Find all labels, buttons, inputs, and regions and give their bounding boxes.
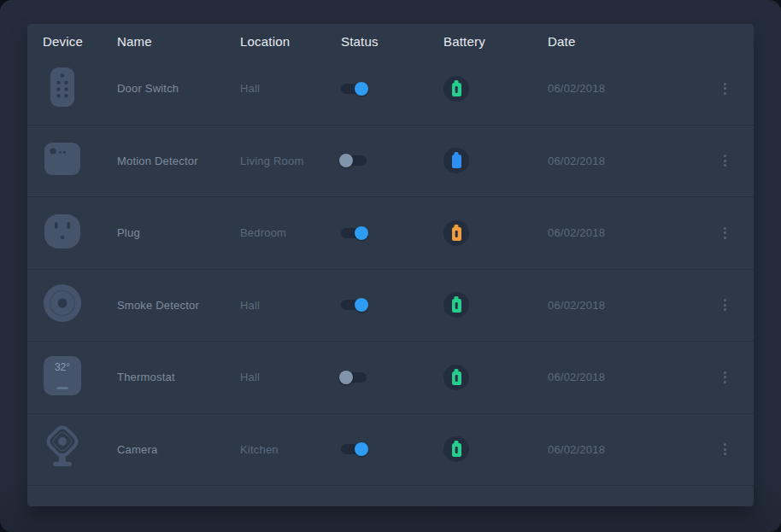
- device-name: Camera: [117, 443, 240, 456]
- toggle-knob: [339, 154, 353, 167]
- table-row: Plug Bedroom 06/02/2018: [27, 197, 754, 270]
- device-date: 06/02/2018: [548, 299, 685, 312]
- status-toggle[interactable]: [341, 444, 367, 454]
- device-name: Motion Detector: [117, 155, 240, 167]
- status-toggle[interactable]: [341, 228, 367, 238]
- toggle-knob: [355, 442, 368, 456]
- battery-icon: [443, 148, 469, 173]
- row-menu-button[interactable]: [720, 295, 730, 314]
- device-date: 06/02/2018: [548, 82, 685, 95]
- thermostat-icon: 32°: [43, 355, 82, 400]
- device-date: 06/02/2018: [548, 226, 685, 239]
- toggle-knob: [355, 298, 368, 312]
- battery-icon: [443, 220, 469, 246]
- device-location: Living Room: [240, 155, 341, 167]
- device-date: 06/02/2018: [548, 155, 685, 167]
- app-window: Device Name Location Status Battery Date: [0, 0, 781, 532]
- column-header-device: Device: [43, 34, 117, 49]
- device-location: Bedroom: [240, 226, 341, 239]
- battery-icon: [443, 436, 469, 462]
- devices-table-card: Device Name Location Status Battery Date: [27, 24, 754, 506]
- table-row: 32° Thermostat Hall 06/02/2018: [27, 342, 754, 414]
- device-name: Smoke Detector: [117, 299, 240, 312]
- device-location: Hall: [240, 299, 341, 312]
- status-toggle[interactable]: [341, 372, 367, 383]
- device-date: 06/02/2018: [548, 371, 685, 383]
- column-header-location: Location: [240, 34, 341, 49]
- table-header: Device Name Location Status Battery Date: [27, 24, 754, 53]
- plug-icon: [44, 213, 81, 253]
- row-menu-button[interactable]: [720, 440, 730, 459]
- battery-icon: [443, 365, 469, 390]
- column-header-name: Name: [117, 34, 240, 49]
- toggle-knob: [355, 226, 368, 240]
- device-date: 06/02/2018: [548, 443, 685, 456]
- status-toggle[interactable]: [341, 155, 367, 166]
- table-row: Door Switch Hall 06/02/2018: [27, 53, 754, 126]
- toggle-knob: [339, 371, 353, 384]
- device-name: Door Switch: [117, 82, 240, 95]
- battery-icon: [443, 292, 469, 318]
- toggle-knob: [355, 82, 368, 96]
- thermostat-temp-label: 32°: [55, 361, 70, 373]
- remote-icon: [50, 67, 75, 111]
- device-name: Plug: [117, 226, 240, 239]
- column-header-battery: Battery: [443, 34, 548, 49]
- device-location: Hall: [240, 371, 341, 383]
- column-header-date: Date: [548, 34, 685, 49]
- smoke-detector-icon: [43, 284, 82, 326]
- device-location: Hall: [240, 82, 341, 95]
- row-menu-button[interactable]: [720, 79, 730, 98]
- row-menu-button[interactable]: [720, 368, 730, 387]
- device-location: Kitchen: [240, 443, 341, 456]
- column-header-status: Status: [341, 34, 443, 49]
- table-row: Smoke Detector Hall 06/02/2018: [27, 270, 754, 342]
- motion-detector-icon: [44, 142, 81, 179]
- table-row: Camera Kitchen 06/02/2018: [27, 414, 754, 487]
- battery-icon: [443, 76, 469, 102]
- row-menu-button[interactable]: [720, 224, 730, 243]
- row-menu-button[interactable]: [720, 151, 730, 170]
- camera-icon: [43, 424, 82, 474]
- table-row: Motion Detector Living Room 06/02/2018: [27, 126, 754, 198]
- status-toggle[interactable]: [341, 300, 367, 310]
- status-toggle[interactable]: [341, 84, 367, 94]
- device-name: Thermostat: [117, 371, 240, 383]
